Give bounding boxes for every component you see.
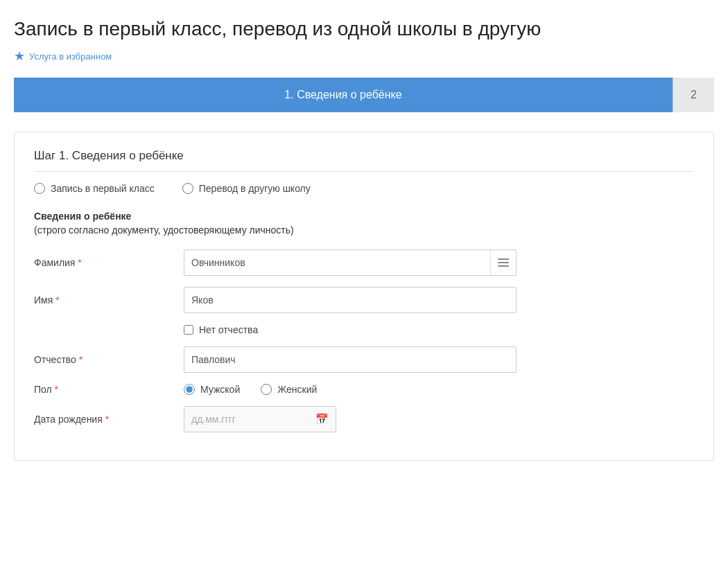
gender-options: Мужской Женский <box>184 384 517 395</box>
birthdate-input-wrapper[interactable]: дд.мм.гггг 📅 <box>184 406 336 432</box>
last-name-input[interactable] <box>184 250 490 275</box>
section-title-line1: Сведения о ребёнке <box>34 211 694 222</box>
step-title: Шаг 1. Сведения о ребёнке <box>34 149 694 172</box>
star-icon: ★ <box>14 48 25 64</box>
last-name-input-wrapper <box>184 249 517 276</box>
patronymic-row: Отчество * <box>34 346 694 373</box>
radio-first-class-input[interactable] <box>34 183 45 194</box>
hamburger-icon <box>490 250 516 275</box>
radio-transfer-label: Перевод в другую школу <box>199 183 311 194</box>
patronymic-input[interactable] <box>184 346 517 373</box>
radio-first-class-label: Запись в первый класс <box>51 183 155 194</box>
no-patronymic-row: Нет отчества <box>34 324 694 335</box>
gender-female-input[interactable] <box>261 384 272 395</box>
no-patronymic-checkbox[interactable] <box>184 325 193 335</box>
first-name-label: Имя * <box>34 294 173 306</box>
step-tabs: 1. Сведения о ребёнке 2 <box>14 78 714 112</box>
gender-female-label: Женский <box>277 384 317 395</box>
gender-male-input[interactable] <box>184 384 195 395</box>
first-name-input[interactable] <box>184 287 517 313</box>
birthdate-value: дд.мм.гггг <box>191 414 310 425</box>
gender-label: Пол * <box>34 384 173 395</box>
section-title-line2: (строго согласно документу, удостоверяющ… <box>34 224 694 236</box>
gender-male-label: Мужской <box>200 384 240 395</box>
radio-first-class[interactable]: Запись в первый класс <box>34 183 155 194</box>
form-card: Шаг 1. Сведения о ребёнке Запись в первы… <box>14 132 714 461</box>
radio-transfer[interactable]: Перевод в другую школу <box>182 183 311 194</box>
gender-row: Пол * Мужской Женский <box>34 384 694 395</box>
tab-step-2[interactable]: 2 <box>673 78 714 112</box>
favorite-bar: ★ Услуга в избранном <box>14 48 714 64</box>
last-name-label: Фамилия * <box>34 257 173 268</box>
favorite-label: Услуга в избранном <box>29 51 112 62</box>
birthdate-label: Дата рождения * <box>34 414 173 425</box>
no-patronymic-label[interactable]: Нет отчества <box>199 324 258 335</box>
service-type-group: Запись в первый класс Перевод в другую ш… <box>34 183 694 194</box>
page-title: Запись в первый класс, перевод из одной … <box>14 17 714 42</box>
page-wrapper: Запись в первый класс, перевод из одной … <box>0 0 728 582</box>
tab-step-1[interactable]: 1. Сведения о ребёнке <box>14 78 673 112</box>
gender-male[interactable]: Мужской <box>184 384 240 395</box>
gender-required: * <box>55 384 58 395</box>
menu-lines-icon <box>498 258 509 267</box>
calendar-icon: 📅 <box>315 413 329 425</box>
patronymic-required: * <box>79 354 83 365</box>
patronymic-label: Отчество * <box>34 354 173 365</box>
birthdate-required: * <box>105 414 109 425</box>
last-name-required: * <box>78 257 81 268</box>
last-name-row: Фамилия * <box>34 249 694 276</box>
birthdate-row: Дата рождения * дд.мм.гггг 📅 <box>34 406 694 432</box>
first-name-row: Имя * <box>34 287 694 313</box>
first-name-required: * <box>55 294 59 306</box>
radio-transfer-input[interactable] <box>182 183 193 194</box>
gender-female[interactable]: Женский <box>261 384 317 395</box>
